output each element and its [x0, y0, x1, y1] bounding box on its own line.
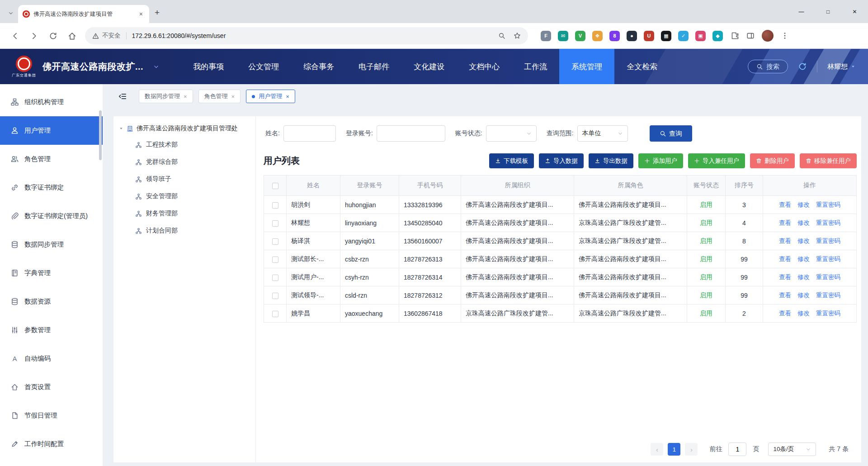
org-tree-node[interactable]: 计划合同部 — [135, 222, 251, 239]
edit-link[interactable]: 修改 — [797, 292, 810, 299]
home-icon[interactable] — [64, 28, 80, 44]
org-title[interactable]: 佛开高速公路南段改扩... — [42, 61, 143, 73]
org-tree-root[interactable]: 佛开高速公路南段改扩建项目管理处 — [119, 124, 251, 133]
extension-icon[interactable]: ● — [627, 31, 637, 41]
list-toolbar-button[interactable]: 移除兼任用户 — [800, 153, 857, 168]
extension-icon[interactable]: F — [541, 31, 551, 41]
next-page-button[interactable]: › — [685, 443, 698, 456]
row-checkbox[interactable] — [272, 238, 278, 245]
sidebar-item[interactable]: 用户管理 — [0, 116, 103, 145]
new-tab-button[interactable]: + — [155, 8, 160, 18]
view-link[interactable]: 查看 — [779, 219, 791, 226]
org-tree-node[interactable]: 安全管理部 — [135, 188, 251, 205]
page-tab[interactable]: 角色管理 × — [198, 90, 241, 103]
address-bar[interactable]: 不安全 172.29.6.61:20080/#/system/user — [85, 27, 528, 44]
menu-fold-icon[interactable] — [118, 92, 127, 101]
side-panel-icon[interactable] — [746, 32, 755, 40]
extension-icon[interactable]: U — [644, 31, 654, 41]
extension-icon[interactable]: 8 — [609, 31, 620, 41]
close-button[interactable]: ✕ — [841, 0, 868, 23]
tab-close-icon[interactable]: × — [137, 10, 145, 18]
row-checkbox[interactable] — [272, 311, 278, 317]
sidebar-item[interactable]: 工作时间配置 — [0, 430, 103, 458]
nav-item[interactable]: 工作流 — [512, 49, 559, 84]
view-link[interactable]: 查看 — [779, 310, 791, 317]
nav-item[interactable]: 文化建设 — [401, 49, 457, 84]
org-switch-chevron-icon[interactable] — [153, 64, 159, 70]
reset-password-link[interactable]: 重置密码 — [816, 238, 840, 244]
edit-link[interactable]: 修改 — [797, 219, 810, 226]
account-filter-input[interactable] — [377, 125, 445, 142]
edit-link[interactable]: 修改 — [797, 256, 810, 262]
list-toolbar-button[interactable]: 添加用户 — [638, 153, 683, 168]
name-filter-input[interactable] — [283, 125, 336, 142]
query-button[interactable]: 查询 — [650, 125, 693, 142]
reset-password-link[interactable]: 重置密码 — [816, 219, 840, 226]
page-tab-close-icon[interactable]: × — [286, 93, 289, 100]
row-checkbox[interactable] — [272, 293, 278, 299]
row-checkbox[interactable] — [272, 275, 278, 281]
reset-password-link[interactable]: 重置密码 — [816, 274, 840, 281]
sidebar-item[interactable]: 参数管理 — [0, 316, 103, 344]
browser-tab[interactable]: 佛开高速公路南段改扩建项目管 × — [18, 5, 149, 23]
extension-icon[interactable]: ▣ — [695, 31, 706, 41]
nav-item[interactable]: 公文管理 — [236, 49, 291, 84]
sidebar-item[interactable]: 首页设置 — [0, 373, 103, 401]
scope-filter-select[interactable]: 本单位 — [577, 125, 628, 142]
refresh-sync-icon[interactable] — [798, 62, 807, 71]
org-tree-node[interactable]: 党群综合部 — [135, 153, 251, 171]
bookmark-star-icon[interactable] — [514, 32, 521, 39]
reset-password-link[interactable]: 重置密码 — [816, 292, 840, 299]
list-toolbar-button[interactable]: 删除用户 — [750, 153, 795, 168]
browser-menu-icon[interactable] — [781, 32, 789, 40]
browser-profile-avatar[interactable] — [762, 30, 774, 42]
view-link[interactable]: 查看 — [779, 274, 791, 281]
list-toolbar-button[interactable]: 导出数据 — [589, 153, 633, 168]
nav-item[interactable]: 文档中心 — [457, 49, 512, 84]
global-search-button[interactable]: 搜索 — [748, 60, 788, 73]
row-checkbox[interactable] — [272, 220, 278, 227]
edit-link[interactable]: 修改 — [797, 274, 810, 281]
row-checkbox[interactable] — [272, 257, 278, 263]
select-all-checkbox[interactable] — [272, 183, 278, 189]
extension-icon[interactable]: ▦ — [661, 31, 671, 41]
view-link[interactable]: 查看 — [779, 292, 791, 299]
sidebar-item[interactable]: 组织机构管理 — [0, 88, 103, 116]
nav-item[interactable]: 全文检索 — [614, 49, 670, 84]
page-tab[interactable]: 用户管理 × — [246, 90, 295, 103]
sidebar-item[interactable]: A 自动编码 — [0, 344, 103, 373]
reset-password-link[interactable]: 重置密码 — [816, 310, 840, 317]
maximize-button[interactable]: □ — [815, 0, 841, 23]
view-link[interactable]: 查看 — [779, 256, 791, 262]
status-filter-select[interactable] — [486, 125, 537, 142]
reset-password-link[interactable]: 重置密码 — [816, 201, 840, 208]
goto-page-input[interactable] — [728, 442, 746, 456]
list-toolbar-button[interactable]: 导入数据 — [539, 153, 584, 168]
extension-icon[interactable]: ◆ — [712, 31, 723, 41]
reset-password-link[interactable]: 重置密码 — [816, 256, 840, 262]
extension-icon[interactable]: V — [575, 31, 585, 41]
sidebar-item[interactable]: 字典管理 — [0, 259, 103, 287]
extension-icon[interactable]: ✓ — [678, 31, 689, 41]
sidebar-item[interactable]: 数字证书绑定(管理员) — [0, 202, 103, 230]
forward-icon[interactable] — [26, 28, 42, 44]
zoom-icon[interactable] — [498, 32, 505, 39]
minimize-button[interactable]: — — [788, 0, 815, 23]
org-tree-node[interactable]: 工程技术部 — [135, 136, 251, 153]
list-toolbar-button[interactable]: 导入兼任用户 — [688, 153, 745, 168]
row-checkbox[interactable] — [272, 202, 278, 209]
sidebar-item[interactable]: 数字证书绑定 — [0, 173, 103, 202]
nav-item[interactable]: 电子邮件 — [346, 49, 401, 84]
nav-item[interactable]: 系统管理 — [559, 49, 614, 84]
user-menu[interactable]: 林耀想 — [827, 62, 855, 71]
extensions-puzzle-icon[interactable] — [731, 32, 739, 40]
page-tab-close-icon[interactable]: × — [184, 93, 187, 100]
org-tree-node[interactable]: 财务管理部 — [135, 205, 251, 222]
edit-link[interactable]: 修改 — [797, 238, 810, 244]
prev-page-button[interactable]: ‹ — [651, 443, 663, 456]
security-label[interactable]: 不安全 — [102, 32, 121, 40]
page-size-select[interactable]: 10条/页 — [768, 442, 816, 456]
reload-icon[interactable] — [45, 28, 61, 44]
back-icon[interactable] — [7, 28, 23, 44]
extension-icon[interactable]: ❖ — [592, 31, 603, 41]
